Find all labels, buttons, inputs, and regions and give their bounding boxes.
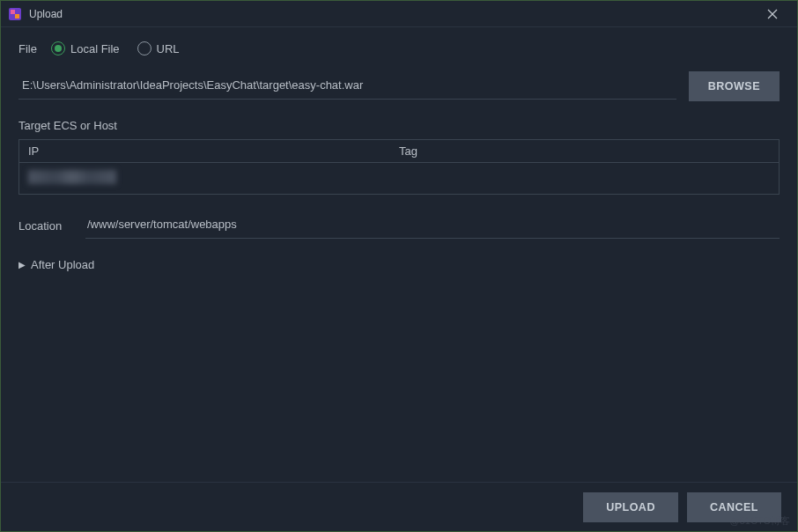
app-icon	[8, 7, 22, 21]
dialog-content: File Local File URL BROWSE Target ECS or…	[1, 27, 797, 285]
svg-rect-2	[15, 14, 19, 18]
after-upload-toggle[interactable]: ▶ After Upload	[18, 258, 780, 271]
radio-unselected-icon	[137, 41, 151, 55]
location-label: Location	[18, 219, 71, 233]
radio-url-label: URL	[157, 42, 180, 55]
svg-rect-1	[11, 10, 15, 14]
column-header-ip: IP	[28, 144, 399, 158]
target-table: IP Tag	[18, 139, 780, 195]
browse-button[interactable]: BROWSE	[689, 71, 780, 101]
table-header: IP Tag	[19, 140, 779, 163]
file-source-radio-group: Local File URL	[51, 41, 180, 55]
redacted-ip	[28, 170, 116, 184]
table-cell-tag	[399, 170, 770, 187]
radio-url[interactable]: URL	[137, 41, 180, 55]
file-source-row: File Local File URL	[18, 41, 780, 55]
location-row: Location	[18, 212, 780, 239]
radio-local-file[interactable]: Local File	[51, 41, 120, 55]
file-path-input[interactable]	[18, 73, 676, 100]
close-button[interactable]	[755, 2, 790, 26]
radio-local-label: Local File	[70, 42, 120, 55]
location-input[interactable]	[85, 212, 780, 239]
file-path-row: BROWSE	[18, 71, 780, 101]
expand-right-icon: ▶	[18, 260, 26, 270]
table-row[interactable]	[19, 163, 779, 194]
after-upload-label: After Upload	[31, 258, 94, 271]
file-label: File	[18, 42, 37, 55]
cancel-button[interactable]: CANCEL	[687, 492, 781, 522]
upload-button[interactable]: UPLOAD	[583, 492, 678, 522]
dialog-footer: UPLOAD CANCEL	[1, 482, 797, 531]
column-header-tag: Tag	[399, 144, 770, 158]
window-title: Upload	[29, 8, 755, 20]
radio-selected-icon	[51, 41, 65, 55]
titlebar: Upload	[1, 1, 797, 27]
table-cell-ip	[28, 170, 399, 187]
target-section-label: Target ECS or Host	[18, 119, 780, 132]
